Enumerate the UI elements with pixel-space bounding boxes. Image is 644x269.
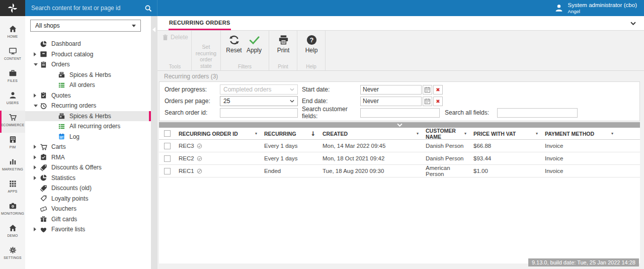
expand-arrow-icon[interactable] bbox=[34, 155, 40, 159]
tree-item-loyalty-points[interactable]: Loyalty points bbox=[25, 194, 151, 204]
tree-item-dashboard[interactable]: Dashboard bbox=[25, 39, 151, 49]
row-checkbox[interactable] bbox=[164, 168, 171, 174]
recurring-active-icon bbox=[197, 156, 202, 161]
cell-value: Danish Person bbox=[426, 143, 463, 149]
user-info: System administrator (cbo) Angel bbox=[568, 2, 637, 14]
tree-item-carts[interactable]: Carts bbox=[25, 142, 151, 152]
order-progress-select[interactable]: Completed orders bbox=[220, 84, 298, 95]
expand-arrow-icon[interactable] bbox=[34, 145, 40, 149]
reset-button[interactable]: Reset bbox=[224, 34, 244, 54]
column-header-recurring-order-id[interactable]: RECURRING ORDER ID▾ bbox=[175, 131, 261, 137]
end-date-calendar-button[interactable] bbox=[423, 97, 432, 106]
rail-item-ecommerce[interactable]: ECOMMERCE bbox=[0, 111, 25, 133]
rail-item-files[interactable]: FILES bbox=[0, 66, 25, 88]
building-icon bbox=[9, 135, 17, 144]
search-icon[interactable] bbox=[144, 5, 152, 12]
orders-per-page-select[interactable]: 25 bbox=[220, 96, 298, 106]
search-order-id-input[interactable] bbox=[220, 108, 298, 118]
column-header-payment-method[interactable]: PAYMENT METHOD▾ bbox=[541, 131, 617, 137]
tree-item-vouchers[interactable]: Vouchers bbox=[25, 204, 151, 214]
tree-item-product-catalog[interactable]: Product catalog bbox=[25, 49, 151, 60]
delete-label: Delete bbox=[171, 34, 188, 41]
tree-item-discounts-offers[interactable]: Discounts & Offers bbox=[25, 162, 151, 173]
rail-item-marketing[interactable]: MARKETING bbox=[0, 155, 25, 177]
row-checkbox[interactable] bbox=[164, 155, 171, 162]
cell-price-with-vat: $1.00 bbox=[470, 168, 541, 174]
tree-item-spices-herbs[interactable]: Spices & Herbs bbox=[25, 70, 151, 80]
start-date-clear-button[interactable]: ✖ bbox=[433, 85, 443, 95]
user-menu[interactable]: System administrator (cbo) Angel bbox=[554, 0, 644, 16]
tree-item-spices-herbs[interactable]: Spices & Herbs bbox=[25, 111, 151, 122]
start-date-calendar-button[interactable] bbox=[423, 85, 432, 95]
expand-arrow-icon[interactable] bbox=[34, 52, 40, 56]
column-menu-icon[interactable]: ▾ bbox=[464, 131, 466, 136]
column-header-recurring[interactable]: RECURRING↓ bbox=[261, 130, 319, 137]
delete-button[interactable]: Delete bbox=[163, 34, 187, 41]
tree-item-orders[interactable]: Orders bbox=[25, 59, 151, 70]
table-row-rec1[interactable]: REC1EndedTue, 18 Aug 2020 09:30American … bbox=[159, 165, 640, 177]
rail-item-demo[interactable]: DEMO bbox=[0, 221, 25, 243]
tree-item-recurring-orders[interactable]: Recurring orders bbox=[25, 101, 151, 111]
tree-item-label: Quotes bbox=[51, 92, 71, 99]
app-logo[interactable] bbox=[0, 0, 25, 16]
tree-item-discounts-old-[interactable]: Discounts (old) bbox=[25, 183, 151, 194]
cell-created: Tue, 18 Aug 2020 09:30 bbox=[319, 168, 422, 174]
set-recurring-order-state-button[interactable]: Set recurring order state bbox=[194, 44, 218, 69]
row-checkbox[interactable] bbox=[164, 143, 171, 149]
pie-chart-icon bbox=[40, 40, 48, 48]
column-menu-icon[interactable]: ▾ bbox=[536, 131, 538, 136]
column-header-created[interactable]: CREATED▾ bbox=[319, 131, 422, 137]
tree-item-all-orders[interactable]: All orders bbox=[25, 80, 151, 91]
cell-value: Invoice bbox=[545, 143, 563, 149]
history-icon bbox=[40, 102, 48, 110]
tab-recurring-orders[interactable]: RECURRING ORDERS bbox=[169, 16, 231, 30]
rail-item-settings[interactable]: SETTINGS bbox=[0, 243, 25, 265]
rail-item-content[interactable]: CONTENT bbox=[0, 44, 25, 66]
filters-collapse-bar[interactable] bbox=[159, 122, 640, 128]
rail-item-home[interactable]: HOME bbox=[0, 22, 25, 44]
tree-item-favorite-lists[interactable]: Favorite lists bbox=[25, 224, 151, 235]
rail-item-monitoring[interactable]: MONITORING bbox=[0, 199, 25, 221]
tree-item-all-recurring-orders[interactable]: All recurring orders bbox=[25, 121, 151, 132]
rail-item-pim[interactable]: PIM bbox=[0, 133, 25, 155]
global-search-input[interactable]: Search content for text or page id bbox=[25, 0, 157, 16]
table-row-rec2[interactable]: REC2Every 1 daysMon, 18 Oct 2021 09:42Da… bbox=[159, 152, 640, 165]
cell-created: Mon, 18 Oct 2021 09:42 bbox=[319, 155, 422, 161]
chevron-down-icon[interactable] bbox=[630, 22, 636, 25]
column-menu-icon[interactable]: ▾ bbox=[255, 131, 257, 136]
tabstrip: RECURRING ORDERS bbox=[157, 16, 644, 31]
rail-item-apps[interactable]: APPS bbox=[0, 177, 25, 199]
collapse-arrow-icon[interactable] bbox=[34, 63, 40, 66]
column-header-price-with-vat[interactable]: PRICE WITH VAT▾ bbox=[470, 131, 541, 137]
select-all-checkbox[interactable] bbox=[164, 130, 171, 137]
sort-desc-icon[interactable]: ↓ bbox=[310, 130, 315, 137]
end-date-input[interactable] bbox=[360, 97, 422, 106]
search-all-fields-input[interactable] bbox=[497, 108, 578, 118]
ribbon-group-label-tools: Tools bbox=[163, 63, 187, 69]
cell-value: Mon, 18 Oct 2021 09:42 bbox=[323, 155, 384, 161]
tree-item-statistics[interactable]: Statistics bbox=[25, 173, 151, 184]
shop-selector[interactable]: All shops bbox=[30, 20, 141, 32]
print-button[interactable]: Print bbox=[273, 34, 293, 54]
tree-item-quotes[interactable]: Quotes bbox=[25, 91, 151, 101]
expand-arrow-icon[interactable] bbox=[34, 165, 40, 169]
tree-item-rma[interactable]: RMA bbox=[25, 152, 151, 163]
collapse-arrow-icon[interactable] bbox=[34, 105, 40, 107]
column-header-customer-name[interactable]: CUSTOMER NAME▾ bbox=[422, 128, 470, 140]
start-date-input[interactable] bbox=[360, 85, 422, 95]
help-button[interactable]: ? Help bbox=[301, 34, 321, 54]
tree-item-log[interactable]: Log bbox=[25, 132, 151, 142]
expand-arrow-icon[interactable] bbox=[34, 94, 40, 98]
recurring-active-icon bbox=[197, 143, 202, 149]
column-menu-icon[interactable]: ▾ bbox=[417, 131, 419, 136]
tree-item-gift-cards[interactable]: Gift cards bbox=[25, 214, 151, 225]
end-date-clear-button[interactable]: ✖ bbox=[433, 97, 443, 106]
apply-button[interactable]: Apply bbox=[244, 34, 264, 54]
rail-item-users[interactable]: USERS bbox=[0, 88, 25, 111]
expand-arrow-icon[interactable] bbox=[34, 176, 40, 180]
sidebar-collapse-handle[interactable] bbox=[151, 16, 157, 269]
search-customer-fields-input[interactable] bbox=[360, 108, 440, 118]
column-menu-icon[interactable]: ▾ bbox=[611, 131, 613, 136]
table-row-rec3[interactable]: REC3Every 1 daysMon, 14 Mar 2022 09:45Da… bbox=[159, 140, 640, 152]
expand-arrow-icon[interactable] bbox=[34, 227, 40, 231]
